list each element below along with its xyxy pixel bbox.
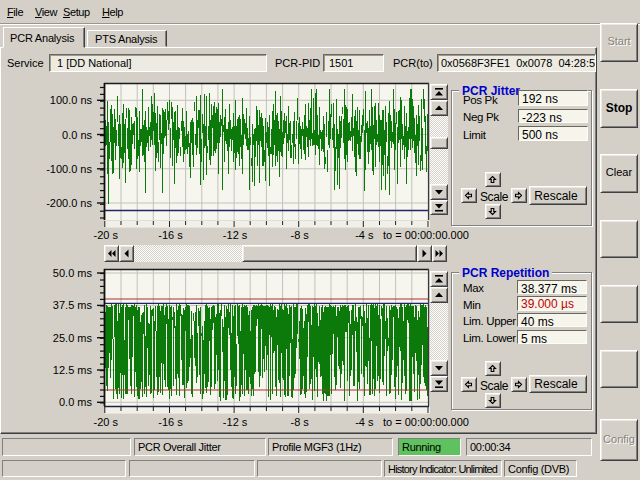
svg-text:0.0 ms: 0.0 ms bbox=[59, 396, 93, 408]
svg-text:-4 s: -4 s bbox=[355, 416, 374, 428]
svg-text:12.5 ms: 12.5 ms bbox=[53, 364, 93, 376]
svg-text:100.0 ns: 100.0 ns bbox=[50, 94, 93, 106]
svg-text:-20 s: -20 s bbox=[94, 416, 119, 428]
svg-text:-4 s: -4 s bbox=[355, 229, 374, 241]
svg-text:-200.0 ns: -200.0 ns bbox=[46, 197, 92, 209]
svg-text:-16 s: -16 s bbox=[158, 229, 183, 241]
svg-text:-100.0 ns: -100.0 ns bbox=[46, 163, 92, 175]
svg-text:50.0 ms: 50.0 ms bbox=[53, 267, 93, 279]
svg-text:25.0 ms: 25.0 ms bbox=[53, 332, 93, 344]
svg-text:-20 s: -20 s bbox=[94, 229, 119, 241]
svg-text:-12 s: -12 s bbox=[223, 229, 248, 241]
svg-text:-8 s: -8 s bbox=[291, 229, 310, 241]
svg-text:-16 s: -16 s bbox=[158, 416, 183, 428]
svg-text:37.5 ms: 37.5 ms bbox=[53, 299, 93, 311]
svg-text:to = 00:00:00.000: to = 00:00:00.000 bbox=[383, 229, 469, 241]
svg-text:-12 s: -12 s bbox=[223, 416, 248, 428]
svg-text:to = 00:00:00.000: to = 00:00:00.000 bbox=[383, 416, 469, 428]
svg-text:0.0 ns: 0.0 ns bbox=[62, 129, 92, 141]
svg-text:-8 s: -8 s bbox=[291, 416, 310, 428]
